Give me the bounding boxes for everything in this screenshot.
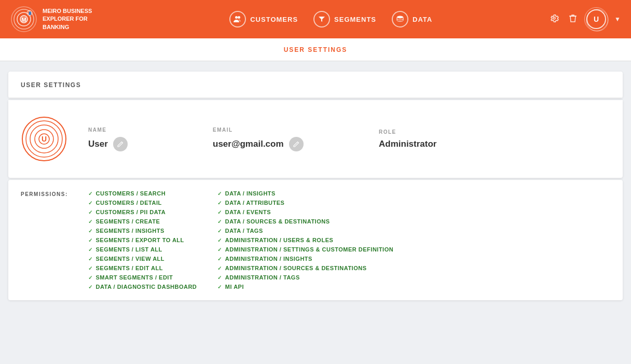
header: M 👤 MEIRO BUSINESS EXPLORER FOR BANKING [0, 0, 631, 38]
permission-item: ✓CUSTOMERS / SEARCH [88, 190, 197, 197]
check-icon: ✓ [217, 200, 222, 206]
permission-item: ✓SEGMENTS / EDIT ALL [88, 265, 197, 271]
customers-label: CUSTOMERS [250, 16, 298, 23]
logo-icon[interactable]: M 👤 [10, 6, 37, 33]
permission-item: ✓DATA / INSIGHTS [217, 190, 393, 197]
delete-icon[interactable] [568, 13, 578, 26]
permission-item: ✓SEGMENTS / LIST ALL [88, 246, 197, 253]
svg-point-7 [235, 16, 238, 19]
permission-item: ✓ADMINISTRATION / USERS & ROLES [217, 237, 393, 243]
permission-item: ✓ADMINISTRATION / TAGS [217, 274, 393, 281]
check-icon: ✓ [217, 265, 222, 271]
permissions-card: PERMISSIONS: ✓CUSTOMERS / SEARCH✓CUSTOME… [8, 180, 623, 300]
permission-item: ✓SEGMENTS / EXPORT TO ALL [88, 237, 197, 243]
permission-item: ✓ADMINISTRATION / SOURCES & DESTINATIONS [217, 265, 393, 271]
check-icon: ✓ [88, 219, 93, 225]
permissions-left-column: ✓CUSTOMERS / SEARCH✓CUSTOMERS / DETAIL✓C… [88, 190, 197, 290]
edit-name-button[interactable] [113, 137, 128, 151]
permission-item: ✓DATA / DIAGNOSTIC DASHBOARD [88, 284, 197, 290]
check-icon: ✓ [88, 200, 93, 206]
data-label: DATA [413, 16, 432, 23]
permission-item: ✓SMART SEGMENTS / EDIT [88, 274, 197, 281]
permission-item: ✓SEGMENTS / VIEW ALL [88, 256, 197, 262]
app-name: MEIRO BUSINESS EXPLORER FOR BANKING [43, 7, 92, 31]
svg-text:👤: 👤 [28, 11, 32, 16]
permission-item: ✓DATA / TAGS [217, 228, 393, 234]
data-icon [392, 11, 408, 27]
check-icon: ✓ [88, 284, 93, 290]
breadcrumb: USER SETTINGS [284, 46, 348, 53]
logo-area: M 👤 MEIRO BUSINESS EXPLORER FOR BANKING [10, 6, 92, 33]
svg-text:M: M [21, 17, 26, 23]
svg-point-10 [586, 9, 608, 31]
main-nav: CUSTOMERS SEGMENTS DATA [113, 11, 549, 27]
check-icon: ✓ [88, 228, 93, 234]
check-icon: ✓ [88, 247, 93, 253]
check-icon: ✓ [217, 275, 222, 281]
check-icon: ✓ [217, 284, 222, 290]
email-field: EMAIL user@gmail.com [213, 127, 358, 151]
check-icon: ✓ [88, 256, 93, 262]
settings-icon[interactable] [549, 13, 559, 26]
name-label: NAME [88, 127, 192, 133]
check-icon: ✓ [217, 228, 222, 234]
permissions-right-column: ✓DATA / INSIGHTS✓DATA / ATTRIBUTES✓DATA … [217, 190, 393, 290]
user-info-card: U NAME User EMAIL user@gmail.com [8, 100, 623, 178]
check-icon: ✓ [88, 275, 93, 281]
check-icon: ✓ [217, 247, 222, 253]
check-icon: ✓ [88, 237, 93, 243]
user-avatar-header[interactable]: U [586, 9, 606, 29]
permission-item: ✓SEGMENTS / INSIGHTS [88, 228, 197, 234]
customers-icon [229, 11, 246, 27]
header-actions: U ▼ [549, 9, 621, 29]
check-icon: ✓ [88, 191, 93, 197]
check-icon: ✓ [88, 209, 93, 215]
segments-icon [313, 11, 330, 27]
svg-point-9 [397, 16, 403, 19]
check-icon: ✓ [217, 209, 222, 215]
main-content: USER SETTINGS U NAME User [0, 61, 631, 311]
name-value: User [88, 139, 108, 149]
role-field: ROLE Administrator [379, 129, 483, 149]
edit-email-button[interactable] [289, 137, 304, 151]
email-value: user@gmail.com [213, 139, 284, 149]
permission-item: ✓DATA / ATTRIBUTES [217, 200, 393, 206]
permission-item: ✓ADMINISTRATION / INSIGHTS [217, 256, 393, 262]
breadcrumb-bar: USER SETTINGS [0, 38, 631, 61]
permissions-label: PERMISSIONS: [21, 190, 83, 290]
permission-item: ✓DATA / EVENTS [217, 209, 393, 215]
check-icon: ✓ [88, 265, 93, 271]
svg-text:U: U [42, 135, 47, 143]
user-menu-chevron[interactable]: ▼ [614, 16, 621, 23]
check-icon: ✓ [217, 256, 222, 262]
nav-customers[interactable]: CUSTOMERS [229, 11, 298, 27]
role-label: ROLE [379, 129, 483, 135]
permission-item: ✓ADMINISTRATION / SETTINGS & CUSTOMER DE… [217, 246, 393, 253]
email-label: EMAIL [213, 127, 358, 133]
permission-item: ✓SEGMENTS / CREATE [88, 218, 197, 225]
permission-item: ✓CUSTOMERS / PII DATA [88, 209, 197, 215]
name-field: NAME User [88, 127, 192, 151]
permissions-columns: ✓CUSTOMERS / SEARCH✓CUSTOMERS / DETAIL✓C… [88, 190, 610, 290]
role-value: Administrator [379, 139, 436, 149]
permission-item: ✓DATA / SOURCES & DESTINATIONS [217, 218, 393, 225]
check-icon: ✓ [217, 191, 222, 197]
svg-point-8 [238, 16, 240, 19]
check-icon: ✓ [217, 237, 222, 243]
permissions-layout: PERMISSIONS: ✓CUSTOMERS / SEARCH✓CUSTOME… [21, 190, 610, 290]
page-title: USER SETTINGS [21, 81, 81, 89]
nav-data[interactable]: DATA [392, 11, 432, 27]
user-avatar-large: U [21, 116, 67, 162]
segments-label: SEGMENTS [334, 16, 376, 23]
user-settings-card-header: USER SETTINGS [8, 72, 623, 98]
permission-item: ✓CUSTOMERS / DETAIL [88, 200, 197, 206]
permission-item: ✓MI API [217, 284, 393, 290]
check-icon: ✓ [217, 219, 222, 225]
nav-segments[interactable]: SEGMENTS [313, 11, 376, 27]
